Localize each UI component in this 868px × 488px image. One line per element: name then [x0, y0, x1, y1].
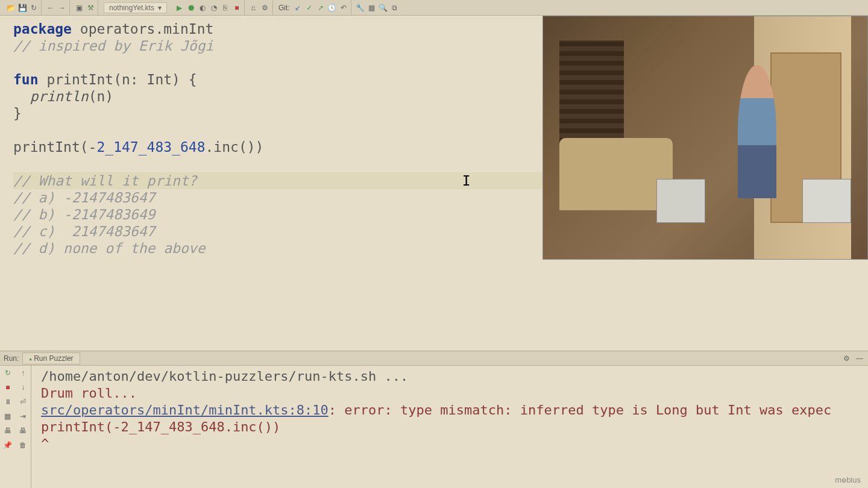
- code-package: operators.minInt: [72, 21, 213, 37]
- structure-icon[interactable]: ▦: [367, 3, 377, 13]
- git-update-icon[interactable]: ↙: [293, 3, 303, 13]
- run-header: Run: Run Puzzler ⚙ —: [0, 351, 868, 366]
- wrap-icon[interactable]: ⏎: [16, 395, 31, 409]
- output-line: printInt(-2_147_483_648.inc()): [41, 419, 858, 436]
- tool-icon[interactable]: ⚙: [260, 3, 270, 13]
- code-text: printInt(-: [13, 139, 96, 155]
- code-text: }: [13, 105, 22, 121]
- hammer-icon[interactable]: ⚒: [86, 3, 95, 13]
- profile-icon[interactable]: ◔: [209, 3, 219, 13]
- print2-icon[interactable]: 🖶: [16, 424, 31, 438]
- git-commit-icon[interactable]: ✓: [304, 3, 314, 13]
- main-toolbar: 📂 💾 ↻ ← → ▣ ⚒ nothingYet.kts ▾ ▶ ⬣ ◐ ◔ ⎘…: [0, 0, 868, 16]
- code-comment: // d) none of the above: [13, 240, 206, 256]
- output-line: Drum roll...: [41, 385, 858, 402]
- code-text: printInt(n: Int) {: [39, 72, 197, 87]
- code-text: (n): [89, 89, 114, 104]
- coverage-icon[interactable]: ◐: [198, 3, 207, 13]
- scroll-icon[interactable]: ⇥: [16, 409, 31, 424]
- run-output[interactable]: /home/anton/dev/kotlin-puzzlers/run-kts.…: [31, 366, 868, 488]
- forward-icon[interactable]: →: [57, 3, 67, 13]
- attach-icon[interactable]: ⎘: [221, 3, 230, 13]
- stop-icon[interactable]: ■: [0, 380, 16, 395]
- watermark: mꙩbius: [835, 475, 861, 484]
- run-panel: Run: Run Puzzler ⚙ — ↻ ↑ ■ ↓ ⏸ ⏎ ▦ ⇥: [0, 351, 868, 488]
- run-label: Run:: [4, 354, 19, 363]
- code-function: println: [30, 89, 89, 104]
- refresh-icon[interactable]: ↻: [29, 3, 39, 13]
- git-history-icon[interactable]: 🕓: [327, 3, 337, 13]
- stop-icon[interactable]: ■: [232, 3, 242, 13]
- code-comment: // inspired by Erik Jõgi: [13, 38, 213, 54]
- back-icon[interactable]: ←: [46, 3, 55, 13]
- output-line: src/operators/minInt/minInt.kts:8:10: er…: [41, 402, 858, 419]
- code-text: .inc()): [206, 139, 264, 155]
- editor-cursor: I: [462, 173, 471, 189]
- git-revert-icon[interactable]: ↶: [339, 3, 348, 13]
- dropdown-arrow-icon: ▾: [158, 4, 162, 12]
- output-caret: ^: [41, 436, 858, 452]
- run-tab[interactable]: Run Puzzler: [22, 352, 80, 364]
- code-keyword: package: [13, 21, 72, 37]
- down-icon[interactable]: ↓: [16, 380, 31, 395]
- error-link[interactable]: src/operators/minInt/minInt.kts:8:10: [41, 402, 329, 418]
- open-icon[interactable]: 📂: [6, 3, 16, 13]
- run-config-dropdown[interactable]: nothingYet.kts ▾: [104, 2, 167, 13]
- gear-icon[interactable]: ⚙: [841, 354, 851, 363]
- debug-icon[interactable]: ⬣: [186, 3, 196, 13]
- save-icon[interactable]: 💾: [17, 3, 27, 13]
- layout-icon[interactable]: ▣: [74, 3, 84, 13]
- file-name: nothingYet.kts: [109, 4, 154, 12]
- overlay-video: [542, 16, 868, 260]
- git-push-icon[interactable]: ↗: [316, 3, 326, 13]
- up-icon[interactable]: ↑: [16, 366, 31, 380]
- run-icon[interactable]: ▶: [175, 3, 184, 13]
- print-icon[interactable]: 🖶: [0, 424, 16, 438]
- code-comment: // What will it print?: [13, 173, 197, 189]
- pause-icon[interactable]: ⏸: [0, 395, 16, 409]
- trash-icon[interactable]: 🗑: [16, 438, 31, 452]
- run-sidebar: ↻ ↑ ■ ↓ ⏸ ⏎ ▦ ⇥ 🖶 🖶 📌 🗑: [0, 366, 31, 488]
- code-comment: // c) 2147483647: [13, 224, 155, 239]
- layout-icon[interactable]: ▦: [0, 409, 16, 424]
- copy-icon[interactable]: ⧉: [390, 3, 400, 13]
- search-icon[interactable]: 🔍: [379, 3, 388, 13]
- minimize-icon[interactable]: —: [855, 354, 864, 363]
- pin-icon[interactable]: 📌: [0, 438, 16, 452]
- git-label: Git:: [278, 4, 290, 12]
- code-comment: // a) -2147483647: [13, 190, 155, 205]
- code-keyword: fun: [13, 72, 39, 87]
- output-line: /home/anton/dev/kotlin-puzzlers/run-kts.…: [41, 368, 858, 385]
- code-comment: // b) -2147483649: [13, 207, 155, 222]
- vcs-icon[interactable]: ⎌: [249, 3, 259, 13]
- code-number: 2_147_483_648: [96, 139, 205, 155]
- code-editor[interactable]: package operators.minInt // inspired by …: [0, 16, 868, 351]
- settings-icon[interactable]: 🔧: [356, 3, 365, 13]
- rerun-icon[interactable]: ↻: [0, 366, 16, 380]
